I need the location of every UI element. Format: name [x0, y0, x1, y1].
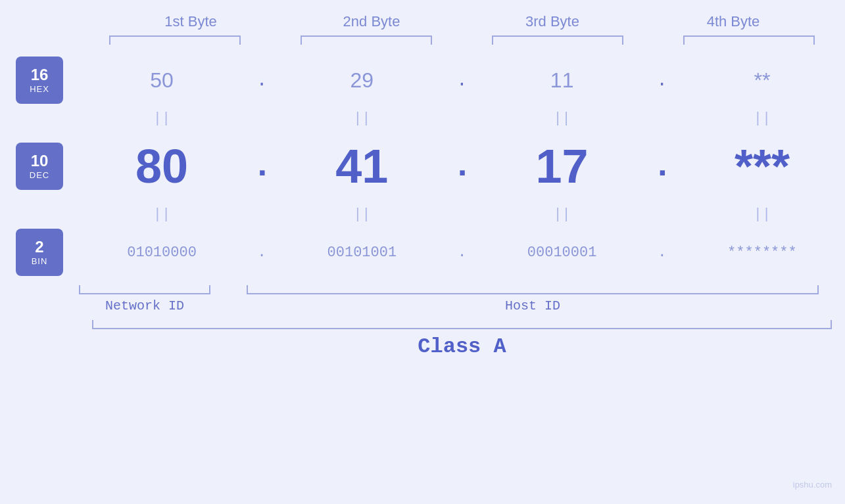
eq2-b2: ||: [286, 206, 437, 223]
hex-dot2: .: [452, 70, 471, 91]
equals-row-1: || || || ||: [0, 106, 845, 130]
network-bracket-group: Network ID: [79, 285, 210, 313]
equals-row-2: || || || ||: [0, 202, 845, 226]
bin-row: 2 BIN 01010000 . 00101001 . 00010001 . *…: [0, 226, 845, 279]
dec-b2: 41: [286, 143, 437, 190]
dec-b4: ***: [687, 143, 838, 190]
eq1-b3: ||: [487, 110, 638, 127]
network-id-label: Network ID: [79, 298, 210, 313]
dec-badge: 10 DEC: [16, 143, 63, 190]
dec-badge-container: 10 DEC: [0, 143, 79, 190]
eq1-b4: ||: [687, 110, 838, 127]
bin-dot1: .: [252, 244, 272, 261]
class-label: Class A: [92, 334, 832, 359]
dec-b1: 80: [86, 143, 237, 190]
bin-badge-label: BIN: [32, 256, 48, 266]
bin-badge-num: 2: [35, 239, 43, 256]
bin-row-cells: 01010000 . 00101001 . 00010001 . *******…: [79, 244, 845, 261]
hex-badge: 16 HEX: [16, 57, 63, 104]
hex-b2: 29: [286, 68, 437, 93]
dec-badge-num: 10: [31, 152, 49, 170]
byte2-header: 2nd Byte: [296, 13, 447, 30]
dec-dot3: .: [652, 147, 672, 186]
class-section: Class A: [79, 320, 845, 359]
bin-dot2: .: [452, 244, 471, 261]
hex-badge-label: HEX: [30, 84, 49, 94]
bin-b1: 01010000: [86, 244, 237, 261]
eq1-b2: ||: [286, 110, 437, 127]
class-bottom-bracket: [92, 320, 832, 329]
byte3-header: 3rd Byte: [477, 13, 628, 30]
dec-b3: 17: [487, 143, 638, 190]
hex-b4: **: [687, 68, 838, 93]
bin-badge: 2 BIN: [16, 229, 63, 276]
bin-b2-value: 00101001: [327, 244, 397, 261]
top-bracket-2: [301, 35, 432, 45]
eq2-b3: ||: [487, 206, 638, 223]
dec-row-cells: 80 . 41 . 17 . ***: [79, 143, 845, 190]
hex-b3: 11: [487, 68, 638, 93]
eq1-b1: ||: [86, 110, 237, 127]
top-bracket-1: [109, 35, 241, 45]
bin-b3-value: 00010001: [527, 244, 597, 261]
hex-b1-value: 50: [150, 68, 174, 93]
host-id-label: Host ID: [247, 298, 819, 313]
dec-b3-value: 17: [536, 143, 589, 190]
eq2-cells: || || || ||: [79, 206, 845, 223]
eq1-cells: || || || ||: [79, 110, 845, 127]
bottom-bracket-row: Network ID Host ID: [79, 285, 845, 313]
byte4-header: 4th Byte: [658, 13, 809, 30]
eq2-b1: ||: [86, 206, 237, 223]
dec-dot2: .: [452, 147, 471, 186]
top-bracket-3: [492, 35, 623, 45]
byte-headers: 1st Byte 2nd Byte 3rd Byte 4th Byte: [101, 13, 824, 30]
top-brackets: [79, 35, 845, 45]
hex-b2-value: 29: [350, 68, 374, 93]
network-bottom-bracket: [79, 285, 210, 294]
bin-badge-container: 2 BIN: [0, 229, 79, 276]
dec-b4-value: ***: [735, 143, 790, 190]
hex-row: 16 HEX 50 . 29 . 11 . **: [0, 54, 845, 106]
byte1-header: 1st Byte: [115, 13, 266, 30]
bin-b1-value: 01010000: [127, 244, 197, 261]
eq2-b4: ||: [687, 206, 838, 223]
main-container: 1st Byte 2nd Byte 3rd Byte 4th Byte 16 H…: [0, 0, 845, 504]
bin-b4: ********: [687, 244, 838, 261]
hex-b1: 50: [86, 68, 237, 93]
dec-b1-value: 80: [135, 143, 188, 190]
top-bracket-4: [683, 35, 815, 45]
hex-dot1: .: [252, 70, 272, 91]
hex-b3-value: 11: [550, 68, 574, 93]
dec-badge-label: DEC: [30, 170, 49, 180]
bin-dot3: .: [652, 244, 672, 261]
dec-row: 10 DEC 80 . 41 . 17 . ***: [0, 130, 845, 202]
hex-badge-container: 16 HEX: [0, 57, 79, 104]
hex-badge-num: 16: [31, 66, 49, 83]
dec-dot1: .: [252, 147, 272, 186]
hex-row-cells: 50 . 29 . 11 . **: [79, 68, 845, 93]
gap1: [210, 285, 247, 313]
hex-b4-value: **: [754, 68, 770, 93]
bin-b3: 00010001: [487, 244, 638, 261]
host-bottom-bracket: [247, 285, 819, 294]
host-bracket-group: Host ID: [247, 285, 819, 313]
dec-b2-value: 41: [335, 143, 388, 190]
hex-dot3: .: [652, 70, 672, 91]
bin-b2: 00101001: [286, 244, 437, 261]
watermark: ipshu.com: [793, 480, 832, 490]
bin-b4-value: ********: [727, 244, 797, 261]
